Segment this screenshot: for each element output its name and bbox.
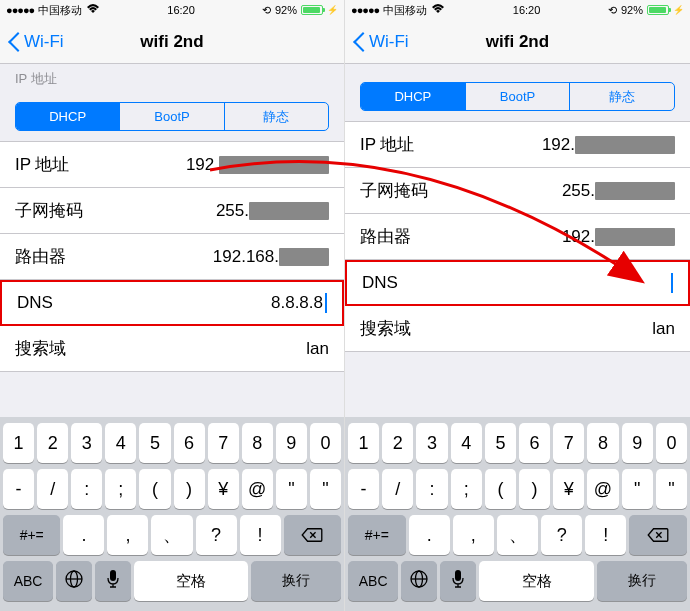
key-lparen[interactable]: (: [485, 469, 516, 509]
key-9[interactable]: 9: [276, 423, 307, 463]
key-7[interactable]: 7: [208, 423, 239, 463]
key-rparen[interactable]: ): [519, 469, 550, 509]
row-dns[interactable]: DNS: [345, 260, 690, 306]
key-1[interactable]: 1: [348, 423, 379, 463]
tab-control: DHCP BootP 静态: [15, 102, 329, 131]
key-dun[interactable]: 、: [151, 515, 192, 555]
row-ip[interactable]: IP 地址 192.: [345, 122, 690, 168]
key-period[interactable]: .: [63, 515, 104, 555]
row-search-domain[interactable]: 搜索域 lan: [345, 306, 690, 352]
row-ip[interactable]: IP 地址 192.: [0, 142, 344, 188]
key-space[interactable]: 空格: [479, 561, 594, 601]
row-search-domain[interactable]: 搜索域 lan: [0, 326, 344, 372]
key-colon[interactable]: :: [71, 469, 102, 509]
key-9[interactable]: 9: [622, 423, 653, 463]
key-at[interactable]: @: [242, 469, 273, 509]
key-symbols[interactable]: #+=: [348, 515, 406, 555]
tab-dhcp[interactable]: DHCP: [16, 103, 120, 130]
key-8[interactable]: 8: [242, 423, 273, 463]
key-6[interactable]: 6: [174, 423, 205, 463]
key-0[interactable]: 0: [310, 423, 341, 463]
search-label: 搜索域: [360, 317, 411, 340]
key-7[interactable]: 7: [553, 423, 584, 463]
key-question[interactable]: ?: [541, 515, 582, 555]
back-button[interactable]: Wi-Fi: [0, 32, 64, 52]
key-0[interactable]: 0: [656, 423, 687, 463]
key-slash[interactable]: /: [37, 469, 68, 509]
key-rparen[interactable]: ): [174, 469, 205, 509]
dns-value[interactable]: 8.8.8.8: [271, 293, 327, 313]
tab-dhcp[interactable]: DHCP: [361, 83, 466, 110]
tab-bootp[interactable]: BootP: [120, 103, 224, 130]
row-dns[interactable]: DNS 8.8.8.8: [0, 280, 344, 326]
key-backspace[interactable]: [629, 515, 687, 555]
tab-control: DHCP BootP 静态: [360, 82, 675, 111]
row-router[interactable]: 路由器 192.168.: [0, 234, 344, 280]
key-3[interactable]: 3: [71, 423, 102, 463]
key-mic[interactable]: [95, 561, 131, 601]
key-1[interactable]: 1: [3, 423, 34, 463]
tab-static[interactable]: 静态: [225, 103, 328, 130]
key-2[interactable]: 2: [37, 423, 68, 463]
svg-rect-3: [110, 570, 116, 581]
row-router[interactable]: 路由器 192.: [345, 214, 690, 260]
key-lquote[interactable]: ": [622, 469, 653, 509]
key-semicolon[interactable]: ;: [105, 469, 136, 509]
key-rquote[interactable]: ": [310, 469, 341, 509]
key-lparen[interactable]: (: [139, 469, 170, 509]
key-enter[interactable]: 换行: [597, 561, 687, 601]
key-5[interactable]: 5: [139, 423, 170, 463]
key-dun[interactable]: 、: [497, 515, 538, 555]
key-5[interactable]: 5: [485, 423, 516, 463]
key-symbols[interactable]: #+=: [3, 515, 60, 555]
row-subnet[interactable]: 子网掩码 255.: [0, 188, 344, 234]
key-rquote[interactable]: ": [656, 469, 687, 509]
key-slash[interactable]: /: [382, 469, 413, 509]
kb-row-4: ABC 空格 换行: [348, 561, 687, 601]
key-dash[interactable]: -: [348, 469, 379, 509]
key-colon[interactable]: :: [416, 469, 447, 509]
back-label: Wi-Fi: [24, 32, 64, 52]
key-4[interactable]: 4: [451, 423, 482, 463]
key-6[interactable]: 6: [519, 423, 550, 463]
router-label: 路由器: [15, 245, 66, 268]
globe-icon: [409, 569, 429, 594]
key-exclaim[interactable]: !: [585, 515, 626, 555]
key-comma[interactable]: ,: [453, 515, 494, 555]
tab-static[interactable]: 静态: [570, 83, 674, 110]
charging-icon: ⚡: [327, 5, 338, 15]
key-question[interactable]: ?: [196, 515, 237, 555]
key-space[interactable]: 空格: [134, 561, 249, 601]
dns-label: DNS: [17, 293, 53, 313]
key-at[interactable]: @: [587, 469, 618, 509]
row-subnet[interactable]: 子网掩码 255.: [345, 168, 690, 214]
key-8[interactable]: 8: [587, 423, 618, 463]
key-comma[interactable]: ,: [107, 515, 148, 555]
mic-icon: [106, 569, 120, 594]
carrier-label: 中国移动: [383, 3, 427, 18]
key-dash[interactable]: -: [3, 469, 34, 509]
key-4[interactable]: 4: [105, 423, 136, 463]
dns-value[interactable]: [669, 273, 673, 293]
key-abc[interactable]: ABC: [3, 561, 53, 601]
key-yen[interactable]: ¥: [208, 469, 239, 509]
key-globe[interactable]: [401, 561, 437, 601]
key-yen[interactable]: ¥: [553, 469, 584, 509]
router-label: 路由器: [360, 225, 411, 248]
key-mic[interactable]: [440, 561, 476, 601]
key-abc[interactable]: ABC: [348, 561, 398, 601]
tab-bootp[interactable]: BootP: [466, 83, 571, 110]
key-lquote[interactable]: ": [276, 469, 307, 509]
key-enter[interactable]: 换行: [251, 561, 341, 601]
back-button[interactable]: Wi-Fi: [345, 32, 409, 52]
key-3[interactable]: 3: [416, 423, 447, 463]
key-period[interactable]: .: [409, 515, 450, 555]
subnet-label: 子网掩码: [15, 199, 83, 222]
key-2[interactable]: 2: [382, 423, 413, 463]
key-exclaim[interactable]: !: [240, 515, 281, 555]
key-globe[interactable]: [56, 561, 92, 601]
kb-row-4: ABC 空格 换行: [3, 561, 341, 601]
subnet-label: 子网掩码: [360, 179, 428, 202]
key-semicolon[interactable]: ;: [451, 469, 482, 509]
key-backspace[interactable]: [284, 515, 341, 555]
